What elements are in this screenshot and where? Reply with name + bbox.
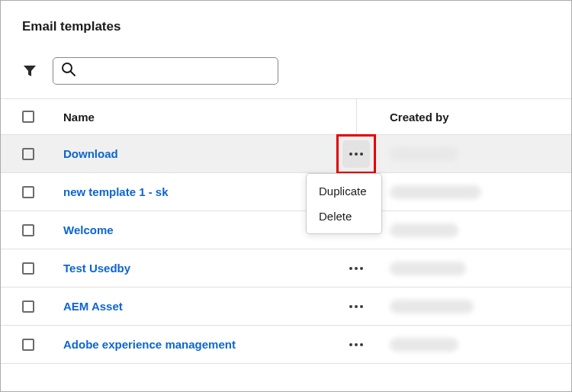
template-name-link[interactable]: AEM Asset bbox=[63, 300, 123, 313]
row-checkbox[interactable] bbox=[22, 224, 34, 236]
template-name-link[interactable]: Adobe experience management bbox=[63, 338, 236, 351]
controls-row bbox=[1, 34, 571, 98]
table-row[interactable]: Download bbox=[1, 135, 571, 173]
filter-icon[interactable] bbox=[22, 63, 37, 79]
menu-item-delete[interactable]: Delete bbox=[307, 204, 381, 229]
row-checkbox[interactable] bbox=[22, 300, 34, 313]
column-header-name[interactable]: Name bbox=[63, 111, 342, 124]
search-icon bbox=[61, 62, 76, 80]
created-by-value bbox=[390, 147, 458, 161]
select-all-checkbox[interactable] bbox=[22, 111, 34, 123]
row-checkbox[interactable] bbox=[22, 148, 34, 160]
more-icon bbox=[349, 305, 363, 308]
templates-table: Name Created by Download new template 1 … bbox=[1, 98, 571, 364]
created-by-value bbox=[390, 262, 466, 275]
more-actions-button[interactable] bbox=[342, 255, 370, 282]
search-input[interactable] bbox=[82, 58, 270, 84]
page-title: Email templates bbox=[1, 1, 571, 34]
row-actions-menu: Duplicate Delete bbox=[306, 173, 382, 234]
more-actions-button[interactable] bbox=[342, 331, 370, 358]
template-name-link[interactable]: Welcome bbox=[63, 223, 114, 236]
more-icon bbox=[349, 153, 363, 156]
created-by-value bbox=[390, 223, 458, 237]
template-name-link[interactable]: new template 1 - sk bbox=[63, 185, 169, 198]
template-name-link[interactable]: Test Usedby bbox=[63, 262, 130, 275]
search-box[interactable] bbox=[53, 57, 278, 85]
table-header-row: Name Created by bbox=[1, 98, 571, 135]
table-row[interactable]: Welcome bbox=[1, 211, 571, 249]
menu-item-duplicate[interactable]: Duplicate bbox=[307, 178, 381, 204]
more-icon bbox=[349, 343, 363, 346]
row-checkbox[interactable] bbox=[22, 262, 34, 275]
svg-line-1 bbox=[71, 72, 75, 76]
table-row[interactable]: new template 1 - sk bbox=[1, 173, 571, 211]
created-by-value bbox=[390, 185, 481, 199]
more-icon bbox=[349, 267, 363, 270]
created-by-value bbox=[390, 300, 474, 313]
table-row[interactable]: AEM Asset bbox=[1, 288, 571, 326]
row-checkbox[interactable] bbox=[22, 339, 34, 351]
row-checkbox[interactable] bbox=[22, 186, 34, 198]
more-actions-button[interactable] bbox=[342, 293, 370, 320]
column-header-created-by[interactable]: Created by bbox=[390, 111, 550, 124]
more-actions-button[interactable] bbox=[342, 140, 370, 168]
template-name-link[interactable]: Download bbox=[63, 147, 118, 160]
created-by-value bbox=[390, 338, 458, 352]
table-row[interactable]: Adobe experience management bbox=[1, 326, 571, 364]
table-row[interactable]: Test Usedby bbox=[1, 249, 571, 288]
svg-point-0 bbox=[63, 63, 72, 72]
